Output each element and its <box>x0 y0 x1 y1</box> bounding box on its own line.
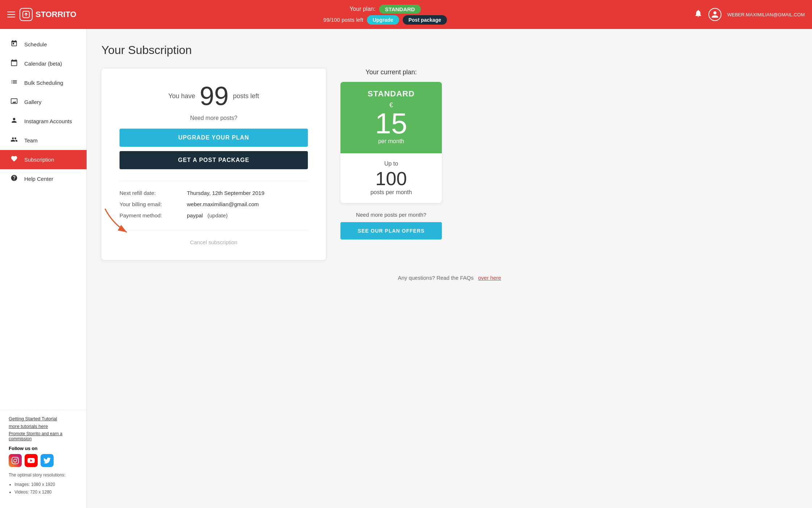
subscription-card: You have 99 posts left Need more posts? … <box>101 68 326 260</box>
billing-email-row: Your billing email: weber.maximilian@gma… <box>120 201 308 207</box>
team-icon <box>10 136 18 145</box>
see-plan-offers-button[interactable]: SEE OUR PLAN OFFERS <box>340 222 442 240</box>
resolutions-title: The optimal story resolutions: <box>9 471 78 479</box>
sidebar-item-help-label: Help Center <box>24 176 53 182</box>
billing-email-value: weber.maximilian@gmail.com <box>187 201 259 207</box>
sidebar-item-bulk-label: Bulk Scheduling <box>24 80 63 86</box>
faq-text: Any questions? Read the FAQs <box>398 275 473 281</box>
current-plan-label: Your current plan: <box>340 68 442 76</box>
upgrade-plan-button[interactable]: UPGRADE YOUR PLAN <box>120 129 308 147</box>
up-to-text: Up to <box>349 161 433 167</box>
promote-link[interactable]: Promote Storrito and earn a commission <box>9 431 78 441</box>
user-email: WEBER.MAXIMILIAN@GMAIL.COM <box>727 12 805 17</box>
subscription-icon <box>10 155 18 164</box>
plan-row: Your plan: STANDARD <box>350 5 421 14</box>
plan-badge: STANDARD <box>379 5 421 14</box>
payment-method-row: Payment method: paypal (update) <box>120 212 308 218</box>
more-tutorials-link[interactable]: more tutorials here <box>9 424 78 429</box>
next-refill-row: Next refill date: Thursday, 12th Septemb… <box>120 190 308 196</box>
sidebar-item-bulk[interactable]: Bulk Scheduling <box>0 73 87 92</box>
next-refill-label: Next refill date: <box>120 190 181 196</box>
logo[interactable]: STORRITO <box>20 8 76 21</box>
payment-method-label: Payment method: <box>120 212 181 218</box>
youtube-social-icon[interactable] <box>25 454 38 467</box>
header-post-package-button[interactable]: Post package <box>403 15 447 25</box>
plan-posts-count: 100 <box>349 168 433 189</box>
plan-period: per month <box>349 138 433 145</box>
sidebar-item-team-label: Team <box>24 137 38 143</box>
app-body: Schedule Calendar (beta) Bulk Scheduling… <box>0 29 812 508</box>
sidebar-item-team[interactable]: Team <box>0 131 87 150</box>
logo-icon <box>20 8 33 21</box>
resolution-videos: Videos: 720 x 1280 <box>14 488 78 496</box>
logo-text: STORRITO <box>35 10 76 19</box>
plan-card: STANDARD € 15 per month <box>340 82 442 153</box>
plan-label: Your plan: <box>350 6 375 12</box>
app-header: STORRITO Your plan: STANDARD 99/100 post… <box>0 0 812 29</box>
schedule-icon <box>10 40 18 49</box>
need-more-text: Need more posts? <box>120 115 308 121</box>
follow-section: Follow us on <box>9 446 78 467</box>
plan-features: Up to 100 posts per month <box>340 153 442 203</box>
resolutions-section: The optimal story resolutions: Images: 1… <box>9 471 78 496</box>
calendar-icon <box>10 59 18 68</box>
plan-price: 15 <box>349 109 433 138</box>
sidebar-item-schedule-label: Schedule <box>24 41 47 47</box>
page-title: Your Subscription <box>101 43 798 57</box>
hamburger-menu[interactable] <box>7 12 15 17</box>
posts-count-number: 99 <box>200 83 229 109</box>
sidebar-item-instagram-accounts[interactable]: Instagram Accounts <box>0 112 87 131</box>
right-panel: Your current plan: STANDARD € 15 per mon… <box>340 68 442 240</box>
content-grid: You have 99 posts left Need more posts? … <box>101 68 798 260</box>
billing-email-label: Your billing email: <box>120 201 181 207</box>
posts-per-month: posts per month <box>349 189 433 196</box>
instagram-social-icon[interactable] <box>9 454 22 467</box>
social-icons <box>9 454 78 467</box>
sidebar-item-help[interactable]: Help Center <box>0 169 87 188</box>
faq-row: Any questions? Read the FAQs over here <box>101 275 798 281</box>
sidebar-footer: Getting Started Tutorial more tutorials … <box>0 410 87 502</box>
sidebar-item-schedule[interactable]: Schedule <box>0 35 87 54</box>
sidebar-nav: Schedule Calendar (beta) Bulk Scheduling… <box>0 35 87 407</box>
need-more-posts-label: Need more posts per month? <box>340 212 442 218</box>
update-payment-link[interactable]: (update) <box>208 212 228 218</box>
header-left: STORRITO <box>7 8 76 21</box>
payment-method-value: paypal (update) <box>187 212 228 218</box>
get-post-package-button[interactable]: GET A POST PACKAGE <box>120 151 308 169</box>
resolution-images: Images: 1080 x 1920 <box>14 481 78 489</box>
sidebar-item-subscription[interactable]: Subscription <box>0 150 87 169</box>
sidebar-item-gallery-label: Gallery <box>24 99 42 105</box>
you-have-text: You have <box>168 92 195 100</box>
cancel-row: Cancel subscription <box>120 230 308 246</box>
gallery-icon <box>10 97 18 107</box>
header-right: WEBER.MAXIMILIAN@GMAIL.COM <box>694 8 805 21</box>
posts-left-label: posts left <box>233 92 259 100</box>
help-icon <box>10 174 18 183</box>
follow-label: Follow us on <box>9 446 78 451</box>
twitter-social-icon[interactable] <box>41 454 54 467</box>
sidebar-item-calendar[interactable]: Calendar (beta) <box>0 54 87 73</box>
posts-row: 99/100 posts left Upgrade Post package <box>323 15 447 25</box>
user-avatar-icon[interactable] <box>708 8 721 21</box>
getting-started-link[interactable]: Getting Started Tutorial <box>9 416 78 421</box>
cancel-subscription-link[interactable]: Cancel subscription <box>190 239 238 245</box>
header-upgrade-button[interactable]: Upgrade <box>367 15 399 25</box>
sidebar-item-instagram-label: Instagram Accounts <box>24 118 72 124</box>
instagram-accounts-icon <box>10 117 18 126</box>
main-content: Your Subscription You have 99 posts left… <box>87 29 812 508</box>
plan-name: STANDARD <box>349 89 433 99</box>
notification-bell-icon[interactable] <box>694 9 703 20</box>
faq-link[interactable]: over here <box>478 275 501 281</box>
next-refill-value: Thursday, 12th September 2019 <box>187 190 264 196</box>
sidebar-item-gallery[interactable]: Gallery <box>0 92 87 112</box>
sidebar: Schedule Calendar (beta) Bulk Scheduling… <box>0 29 87 508</box>
bulk-scheduling-icon <box>10 78 18 87</box>
posts-left-text: 99/100 posts left <box>323 17 363 23</box>
sidebar-item-calendar-label: Calendar (beta) <box>24 61 62 67</box>
header-center: Your plan: STANDARD 99/100 posts left Up… <box>323 5 447 25</box>
posts-left-row: You have 99 posts left <box>120 83 308 109</box>
billing-info: Next refill date: Thursday, 12th Septemb… <box>120 181 308 218</box>
sidebar-item-subscription-label: Subscription <box>24 157 54 163</box>
